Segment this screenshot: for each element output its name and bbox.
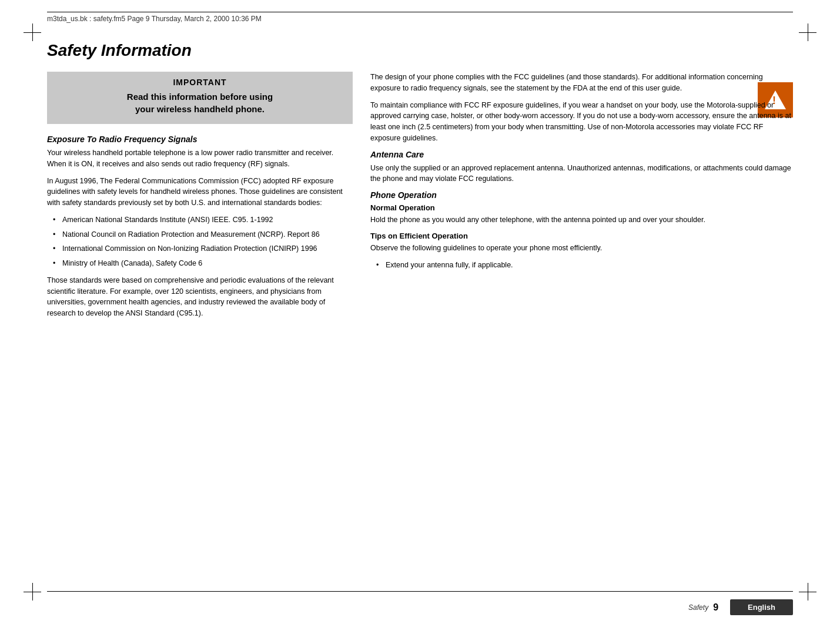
left-column: IMPORTANT Read this information before u…: [47, 72, 353, 577]
important-box: IMPORTANT Read this information before u…: [47, 72, 353, 124]
page-container: m3tda_us.bk : safety.fm5 Page 9 Thursday…: [0, 0, 840, 624]
right-para2: To maintain compliance with FCC RF expos…: [370, 100, 793, 144]
exposure-para2: In August 1996, The Federal Communicatio…: [47, 176, 353, 209]
crosshair-top-right: [799, 24, 816, 41]
antenna-care-body: Use only the supplied or an approved rep…: [370, 163, 793, 185]
header-bar: [47, 12, 793, 12]
list-item: American National Standards Institute (A…: [53, 214, 353, 226]
crosshair-top-left: [24, 24, 41, 41]
antenna-care-heading: Antenna Care: [370, 150, 793, 159]
exposure-para3: Those standards were based on comprehens…: [47, 275, 353, 319]
header-text: m3tda_us.bk : safety.fm5 Page 9 Thursday…: [47, 15, 262, 23]
exposure-para1: Your wireless handheld portable telephon…: [47, 147, 353, 170]
right-para1: The design of your phone complies with t…: [370, 72, 793, 94]
footer-english-tab: English: [730, 599, 793, 615]
normal-operation-heading: Normal Operation: [370, 203, 793, 212]
phone-operation-heading: Phone Operation: [370, 190, 793, 200]
footer-area: Safety 9 English: [47, 599, 793, 615]
footer-bar: [47, 591, 793, 592]
crosshair-bottom-right: [799, 583, 816, 600]
list-item: International Commission on Non-Ionizing…: [53, 243, 353, 254]
tips-operation-heading: Tips on Efficient Operation: [370, 232, 793, 240]
two-column-layout: IMPORTANT Read this information before u…: [47, 72, 793, 577]
important-title: IMPORTANT: [59, 78, 341, 87]
list-item: Extend your antenna fully, if applicable…: [376, 260, 793, 271]
right-column: The design of your phone complies with t…: [370, 72, 793, 577]
important-body: Read this information before usingyour w…: [59, 90, 341, 115]
page-title: Safety Information: [47, 41, 793, 60]
content-area: Safety Information IMPORTANT Read this i…: [47, 41, 793, 577]
list-item: National Council on Radiation Protection…: [53, 229, 353, 240]
tips-bullets: Extend your antenna fully, if applicable…: [376, 260, 793, 271]
list-item: Ministry of Health (Canada), Safety Code…: [53, 258, 353, 269]
normal-operation-body: Hold the phone as you would any other te…: [370, 214, 793, 226]
footer-safety-label: Safety: [688, 603, 708, 612]
footer-page-number: 9: [713, 602, 718, 613]
crosshair-bottom-left: [24, 583, 41, 600]
standards-list: American National Standards Institute (A…: [53, 214, 353, 269]
tips-operation-body: Observe the following guidelines to oper…: [370, 243, 793, 254]
exposure-section-heading: Exposure To Radio Frequency Signals: [47, 135, 353, 144]
